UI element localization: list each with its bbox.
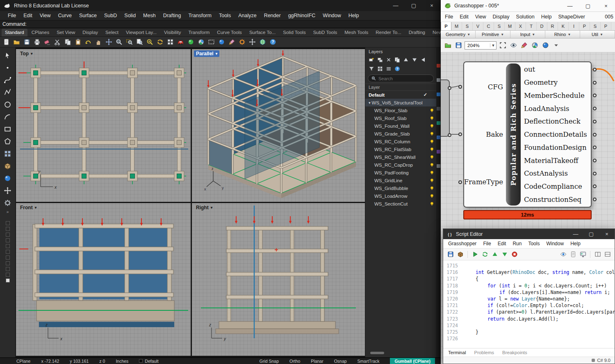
display-mode-icon[interactable]	[530, 41, 539, 50]
output-grip[interactable]	[593, 81, 597, 84]
zoom-window-icon[interactable]	[125, 37, 134, 47]
maximize-button[interactable]: ▢	[405, 0, 423, 11]
docked-panel-marker[interactable]	[6, 255, 10, 260]
gh-menu-item-edit[interactable]: Edit	[456, 14, 472, 20]
menu-item-solid[interactable]: Solid	[121, 13, 139, 18]
menu-item-edit[interactable]: Edit	[20, 13, 36, 18]
output-grip[interactable]	[593, 146, 597, 149]
render-sphere-icon[interactable]	[217, 37, 226, 47]
toolbar-tab-mesh-tools[interactable]: Mesh Tools	[341, 29, 371, 36]
input-grip[interactable]	[458, 180, 462, 184]
gh-panel-geometry[interactable]: Geometry▼	[441, 31, 476, 38]
layer-row[interactable]: WS_LoadArrow	[365, 192, 436, 200]
panel-tab-properties-icon[interactable]	[437, 64, 440, 68]
layer-row[interactable]: WS_RC_FlatSlab	[365, 145, 436, 153]
status-smarttrack[interactable]: SmartTrack	[358, 359, 380, 364]
output-grip[interactable]	[593, 120, 597, 123]
upstream-component[interactable]	[441, 79, 450, 137]
panel-tab-layers-icon[interactable]	[437, 78, 440, 82]
gh-category-tab-5[interactable]: S	[494, 22, 505, 30]
open-file-icon[interactable]	[12, 37, 21, 47]
menu-item-drafting[interactable]: Drafting	[159, 13, 185, 18]
new-layer-icon[interactable]	[368, 56, 375, 63]
layer-visibility-bulb-icon[interactable]	[429, 108, 435, 113]
new-file-icon[interactable]	[2, 37, 11, 47]
polyline-tool-icon[interactable]	[2, 87, 13, 98]
toolbar-tab-standard[interactable]: Standard	[2, 29, 27, 36]
panel-tab-materials-icon[interactable]	[437, 164, 440, 168]
viewport-layout-icon[interactable]	[166, 37, 175, 47]
gh-menu-item-help[interactable]: Help	[538, 14, 555, 20]
menu-item-subd[interactable]: SubD	[100, 13, 121, 18]
gh-category-tab-10[interactable]: R	[547, 22, 558, 30]
help-icon[interactable]: ?	[268, 37, 278, 47]
layer-visibility-bulb-icon[interactable]	[429, 201, 435, 206]
toolbar-tab-select[interactable]: Select	[102, 29, 122, 36]
layer-row[interactable]: WS_Grade_Slab	[365, 130, 436, 138]
layer-row[interactable]: WS_RC_Column	[365, 138, 436, 145]
paint-icon[interactable]	[519, 41, 528, 50]
gh-category-tab-0[interactable]: P	[441, 22, 451, 30]
box-tool-icon[interactable]	[2, 161, 13, 172]
gh-category-tab-4[interactable]: C	[483, 22, 494, 30]
filter-funnel-icon[interactable]	[368, 65, 375, 72]
menu-item-analyze[interactable]: Analyze	[235, 13, 260, 18]
layer-row[interactable]: WS_Floor_Slab	[365, 106, 436, 114]
output-grip[interactable]	[593, 133, 597, 136]
panel-tab-rendering-icon[interactable]	[437, 150, 440, 154]
undo-icon[interactable]	[84, 37, 93, 47]
output-grip[interactable]	[593, 185, 597, 188]
gh-category-tab-6[interactable]: M	[505, 22, 515, 30]
toolbar-tab-solid-tools[interactable]: Solid Tools	[280, 29, 309, 36]
gh-category-tab-12[interactable]: I	[569, 22, 579, 30]
menu-item-window[interactable]: Window	[319, 13, 344, 18]
menu-item-curve[interactable]: Curve	[55, 13, 75, 18]
layer-menu-icon[interactable]	[385, 65, 392, 72]
toolbar-tab-new-in-v8[interactable]: New in V8	[429, 29, 441, 36]
docked-panel-marker[interactable]	[6, 278, 10, 283]
docked-panel-marker[interactable]	[6, 267, 10, 271]
duplicate-layer-icon[interactable]	[394, 56, 401, 63]
panel-tab-libraries-icon[interactable]	[437, 136, 440, 139]
move-layer-down-icon[interactable]	[411, 56, 418, 63]
zoom-extents-icon[interactable]	[498, 41, 507, 50]
gh-menu-item-view[interactable]: View	[472, 14, 490, 20]
gh-menu-item-display[interactable]: Display	[490, 14, 513, 20]
gh-category-tab-9[interactable]: D	[537, 22, 547, 30]
options-gear-icon[interactable]	[237, 37, 247, 47]
panel-tab-help-icon[interactable]	[437, 107, 440, 111]
layers-scrollbar[interactable]	[370, 352, 384, 354]
output-grip[interactable]	[593, 198, 597, 201]
gh-category-tab-2[interactable]: S	[462, 22, 473, 30]
layer-row[interactable]: WS_RC_CapDrop	[365, 161, 436, 169]
zoom-level-select[interactable]: 204% ▼	[465, 41, 497, 50]
gh-menu-item-shapediver[interactable]: ShapeDiver	[555, 14, 588, 20]
shaded-preview-icon[interactable]	[541, 41, 550, 50]
scale-icon[interactable]	[248, 37, 257, 47]
layer-grid-icon[interactable]	[376, 65, 384, 72]
delete-layer-icon[interactable]	[385, 56, 392, 63]
grasshopper-canvas[interactable]: CFGBakeFrameType Popular and Rich Series…	[441, 52, 615, 364]
paste-icon[interactable]	[73, 37, 83, 47]
output-grip[interactable]	[448, 86, 451, 90]
gh-panel-input[interactable]: Input▼	[510, 31, 545, 38]
status-planar[interactable]: Planar	[311, 359, 323, 364]
layer-visibility-bulb-icon[interactable]	[429, 147, 435, 152]
gh-category-tab-13[interactable]: P	[579, 22, 590, 30]
gh-open-icon[interactable]	[443, 41, 452, 50]
status-z-0[interactable]: z 0	[99, 359, 105, 364]
layer-visibility-bulb-icon[interactable]	[429, 178, 435, 183]
earth-icon[interactable]	[258, 37, 267, 47]
layer-row[interactable]: WS_RC_ShearWall	[365, 153, 436, 161]
curve-tool-icon[interactable]	[2, 75, 13, 86]
output-grip[interactable]	[593, 107, 597, 111]
layer-row[interactable]: WS_Roof_Slab	[365, 114, 436, 122]
layer-visibility-bulb-icon[interactable]	[429, 139, 435, 144]
search-input[interactable]	[378, 76, 428, 81]
gh-category-tab-3[interactable]: V	[473, 22, 483, 30]
menu-item-view[interactable]: View	[36, 13, 55, 18]
menu-item-mesh[interactable]: Mesh	[139, 13, 159, 18]
gh-category-tab-1[interactable]: M	[451, 22, 462, 30]
more-options-icon[interactable]	[551, 41, 560, 50]
gh-menu-item-file[interactable]: File	[442, 14, 456, 20]
